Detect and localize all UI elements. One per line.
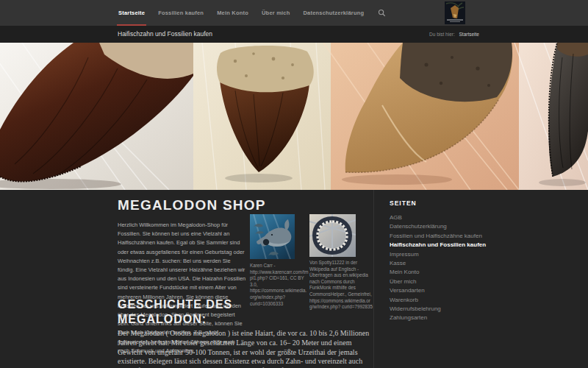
megalodon-tooth-photo-4 <box>514 43 588 190</box>
breadcrumb-label: Du bist hier: <box>429 32 455 37</box>
sidebar-link-impressum[interactable]: Impressum <box>390 250 485 259</box>
sidebar-link-mein-konto[interactable]: Mein Konto <box>390 268 485 277</box>
nav-item-mein-konto[interactable]: Mein Konto <box>210 0 255 26</box>
hero-slider <box>0 43 588 190</box>
megalodon-tooth-photo-3 <box>323 43 519 190</box>
page: Startseite Fossilien kaufen Mein Konto Ü… <box>0 0 588 368</box>
magnifier-icon <box>378 9 386 17</box>
page-title-bar <box>0 26 588 43</box>
megalodon-tooth-photo-2 <box>193 43 331 190</box>
megalodon-jaw-image <box>309 214 356 257</box>
top-nav-bar: Startseite Fossilien kaufen Mein Konto Ü… <box>0 0 588 26</box>
nav-item-fossilien-kaufen[interactable]: Fossilien kaufen <box>151 0 210 26</box>
history-heading: GESCHICHTE DES MEGALODON: <box>118 297 287 327</box>
sidebar-link-ueber-mich[interactable]: Über mich <box>390 277 485 286</box>
breadcrumb-current-startseite[interactable]: Startseite <box>459 32 479 37</box>
hero-tooth-photos <box>0 43 588 190</box>
nav-item-startseite[interactable]: Startseite <box>112 0 151 26</box>
sidebar-divider <box>373 190 374 368</box>
sidebar-link-kasse[interactable]: Kasse <box>390 259 485 268</box>
sidebar-page-list: AGB Datenschutzerklärung Fossilien und H… <box>390 213 485 323</box>
main-menu: Startseite Fossilien kaufen Mein Konto Ü… <box>112 0 393 26</box>
sidebar-link-agb[interactable]: AGB <box>390 213 485 222</box>
sidebar-link-warenkorb[interactable]: Warenkorb <box>390 296 485 305</box>
history-paragraph: Der Megalodon ( Otodus megalodon ) ist e… <box>118 329 371 368</box>
megalodon-jaw-photo <box>309 214 356 257</box>
sidebar-link-fossilien-und-haifischzaehne-kaufen[interactable]: Fossilien und Haifischzähne kaufen <box>390 232 485 241</box>
jaw-photo-caption: Von Spotty11222 in der Wikipedia auf Eng… <box>309 260 373 311</box>
sidebar-seiten: SEITEN AGB Datenschutzerklärung Fossilie… <box>390 199 485 323</box>
sidebar-link-datenschutzerklaerung[interactable]: Datenschutzerklärung <box>390 222 485 231</box>
megalodon-illustration <box>250 214 295 259</box>
nav-item-ueber-mich[interactable]: Über mich <box>255 0 296 26</box>
megalodon-tooth-photo-1 <box>0 43 193 190</box>
page-heading: MEGALODON SHOP <box>118 197 266 213</box>
search-button[interactable] <box>370 0 393 26</box>
breadcrumb: Du bist hier: Startseite <box>429 26 479 43</box>
nav-item-datenschutzerklaerung[interactable]: Datenschutzerklärung <box>296 0 370 26</box>
sidebar-link-widerrufsbelehrung[interactable]: Widerrufsbelehrung <box>390 305 485 314</box>
sidebar-link-haifischzahn-und-fossilien-kaufen[interactable]: Haifischzahn und Fossilien kaufen <box>390 241 485 250</box>
page-title: Haifischzahn und Fossilien kaufen <box>118 26 212 43</box>
sidebar-link-zahlungsarten[interactable]: Zahlungsarten <box>390 314 485 322</box>
shark-tooth-logo-icon <box>445 1 465 24</box>
sidebar-heading: SEITEN <box>390 199 485 207</box>
megalodon-illustration-image <box>250 214 295 259</box>
megalodon-shop-logo[interactable] <box>445 1 465 24</box>
sidebar-link-versandarten[interactable]: Versandarten <box>390 286 485 295</box>
